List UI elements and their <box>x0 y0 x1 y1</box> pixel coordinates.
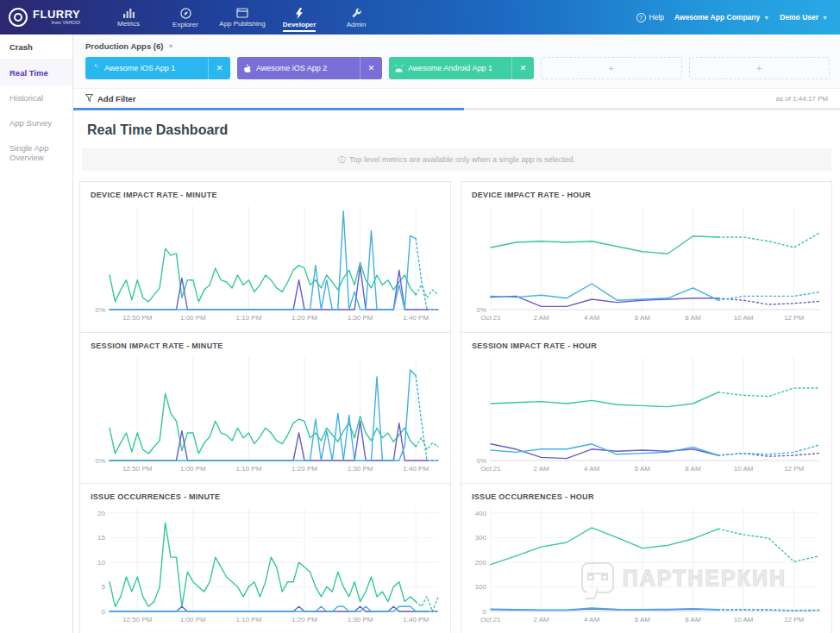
lightning-icon <box>295 8 304 19</box>
svg-text:Oct 21: Oct 21 <box>480 616 501 624</box>
funnel-icon <box>85 94 93 103</box>
add-app-slot[interactable]: + <box>541 57 682 79</box>
svg-text:Oct 21: Oct 21 <box>480 465 501 473</box>
svg-text:Oct 21: Oct 21 <box>480 314 501 322</box>
sidebar-item-historical[interactable]: Historical <box>0 85 72 110</box>
help-label: Help <box>649 13 664 22</box>
chart-title: DEVICE IMPACT RATE - MINUTE <box>80 182 450 199</box>
nav-item-label: App Publishing <box>219 20 265 28</box>
app-chip-ios-2[interactable]: Awesome iOS App 2 ✕ <box>237 57 382 79</box>
as-of-timestamp: as of 1:44:17 PM <box>776 95 828 103</box>
production-apps-label: Production Apps (6) <box>85 41 163 51</box>
svg-text:10 AM: 10 AM <box>734 314 754 322</box>
chevron-down-icon[interactable]: ▼ <box>167 43 173 49</box>
svg-text:300: 300 <box>475 534 487 542</box>
chevron-down-icon: ▼ <box>822 15 828 21</box>
svg-text:1:30 PM: 1:30 PM <box>348 314 373 322</box>
help-icon: ? <box>636 13 646 22</box>
app-chip-android-1[interactable]: Awesome Android App 1 ✕ <box>389 57 534 79</box>
chart-title: ISSUE OCCURRENCES - MINUTE <box>80 484 450 501</box>
close-icon[interactable]: ✕ <box>360 57 382 79</box>
user-menu[interactable]: Demo User ▼ <box>780 13 828 22</box>
add-app-slot[interactable]: + <box>689 57 831 79</box>
notice-banner: ⓘ Top level metrics are available only w… <box>82 148 831 171</box>
nav-item-metrics[interactable]: Metrics <box>102 3 155 28</box>
svg-text:5: 5 <box>102 583 106 591</box>
chart-panel-device-impact-minute: DEVICE IMPACT RATE - MINUTE 0%12:50 PM1:… <box>79 181 451 333</box>
nav-item-app-publishing[interactable]: App Publishing <box>216 3 269 28</box>
app-chip-ios-1[interactable]: Awesome iOS App 1 ✕ <box>85 57 230 79</box>
nav-items: Metrics Explorer App Publishing Develope… <box>102 3 383 32</box>
svg-text:20: 20 <box>97 510 105 517</box>
sidebar-item-app-survey[interactable]: App Survey <box>0 110 72 135</box>
app-chip-label: Awesome iOS App 2 <box>256 64 360 72</box>
page-title: Real Time Dashboard <box>87 122 840 138</box>
brand-name: FLURRY <box>33 9 80 20</box>
svg-text:15: 15 <box>97 534 105 542</box>
user-name: Demo User <box>780 13 818 22</box>
svg-text:12:50 PM: 12:50 PM <box>122 314 153 322</box>
svg-text:1:10 PM: 1:10 PM <box>236 314 262 322</box>
line-chart-device-impact-hour[interactable]: 0%Oct 212 AM4 AM6 AM8 AM10 AM12 PM <box>461 199 831 325</box>
svg-text:1:20 PM: 1:20 PM <box>291 314 317 322</box>
nav-item-label: Explorer <box>172 21 198 28</box>
svg-text:1:10 PM: 1:10 PM <box>236 616 262 624</box>
notice-text: Top level metrics are available only whe… <box>349 155 575 164</box>
nav-item-developer[interactable]: Developer <box>273 3 326 32</box>
close-icon[interactable]: ✕ <box>208 57 230 79</box>
compass-icon <box>180 8 191 19</box>
chart-title: SESSION IMPACT RATE - MINUTE <box>80 333 450 350</box>
chart-panel-session-impact-hour: SESSION IMPACT RATE - HOUR 0%Oct 212 AM4… <box>461 332 832 484</box>
line-chart-issue-occurrences-hour[interactable]: 0100200300400Oct 212 AM4 AM6 AM8 AM10 AM… <box>461 501 831 627</box>
sidebar-item-single-app-overview[interactable]: Single App Overview <box>0 135 72 170</box>
app-chip-label: Awesome iOS App 1 <box>104 64 208 72</box>
sidebar-item-crash[interactable]: Crash <box>0 34 72 60</box>
android-icon <box>389 65 408 72</box>
line-chart-session-impact-hour[interactable]: 0%Oct 212 AM4 AM6 AM8 AM10 AM12 PM <box>461 350 831 476</box>
company-menu[interactable]: Awesome App Company ▼ <box>674 13 769 22</box>
chart-title: SESSION IMPACT RATE - HOUR <box>461 333 831 350</box>
loading-progress-fill <box>73 108 464 110</box>
svg-text:0%: 0% <box>95 457 105 465</box>
line-chart-session-impact-minute[interactable]: 0%12:50 PM1:00 PM1:10 PM1:20 PM1:30 PM1:… <box>80 350 450 476</box>
add-filter-label: Add Filter <box>97 94 135 103</box>
svg-text:1:30 PM: 1:30 PM <box>348 465 373 473</box>
svg-text:0%: 0% <box>476 457 486 465</box>
svg-text:4 AM: 4 AM <box>584 314 600 322</box>
sidebar: Crash Real Time Historical App Survey Si… <box>0 34 73 633</box>
charts-grid: DEVICE IMPACT RATE - MINUTE 0%12:50 PM1:… <box>79 182 832 633</box>
line-chart-device-impact-minute[interactable]: 0%12:50 PM1:00 PM1:10 PM1:20 PM1:30 PM1:… <box>80 199 450 325</box>
svg-text:200: 200 <box>475 559 487 567</box>
svg-text:6 AM: 6 AM <box>635 616 651 624</box>
svg-text:1:20 PM: 1:20 PM <box>291 616 317 624</box>
loading-progress-track <box>73 108 840 110</box>
brand-sub: from YAHOO! <box>33 21 80 26</box>
svg-text:2 AM: 2 AM <box>533 465 549 473</box>
svg-text:12 PM: 12 PM <box>784 616 804 624</box>
line-chart-issue-occurrences-minute[interactable]: 0510152012:50 PM1:00 PM1:10 PM1:20 PM1:3… <box>80 501 450 627</box>
svg-text:0%: 0% <box>95 306 105 314</box>
main-content: Production Apps (6) ▼ Awesome iOS App 1 … <box>73 34 840 633</box>
chevron-down-icon: ▼ <box>763 15 769 21</box>
svg-text:10 AM: 10 AM <box>734 465 754 473</box>
nav-item-label: Metrics <box>117 20 140 28</box>
svg-text:1:00 PM: 1:00 PM <box>180 616 206 624</box>
add-filter-button[interactable]: Add Filter <box>85 94 135 103</box>
help-menu[interactable]: ? Help <box>636 13 664 22</box>
chart-panel-device-impact-hour: DEVICE IMPACT RATE - HOUR 0%Oct 212 AM4 … <box>461 181 832 333</box>
flurry-logo[interactable]: FLURRY from YAHOO! <box>0 8 102 27</box>
svg-text:12 PM: 12 PM <box>784 314 804 322</box>
svg-text:1:10 PM: 1:10 PM <box>236 465 262 473</box>
svg-text:10: 10 <box>97 559 105 567</box>
company-name: Awesome App Company <box>674 13 760 22</box>
nav-item-admin[interactable]: Admin <box>329 3 383 28</box>
nav-item-explorer[interactable]: Explorer <box>159 3 212 28</box>
sidebar-item-real-time[interactable]: Real Time <box>0 60 72 85</box>
svg-text:100: 100 <box>475 583 487 591</box>
chart-title: DEVICE IMPACT RATE - HOUR <box>461 182 831 199</box>
wrench-icon <box>351 8 362 19</box>
close-icon[interactable]: ✕ <box>511 57 534 79</box>
flurry-logo-icon <box>9 8 28 27</box>
svg-text:10 AM: 10 AM <box>734 616 754 624</box>
svg-text:0: 0 <box>483 608 487 616</box>
